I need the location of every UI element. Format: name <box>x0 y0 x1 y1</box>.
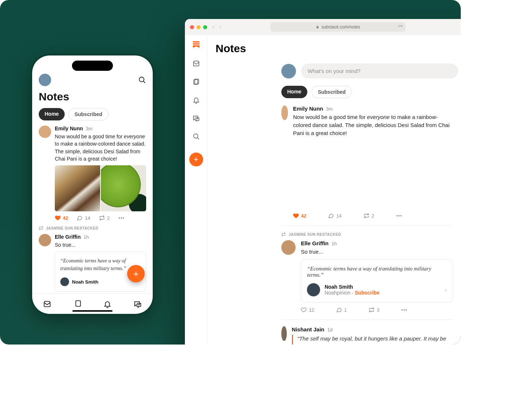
embed-avatar[interactable] <box>307 283 320 296</box>
author-name[interactable]: Emily Nunn <box>55 126 83 131</box>
forward-button[interactable]: › <box>219 24 221 30</box>
bell-icon[interactable] <box>103 300 111 308</box>
notes-icon[interactable] <box>193 78 200 85</box>
post-image[interactable] <box>373 141 453 208</box>
comment-button[interactable]: 1 <box>336 307 347 313</box>
author-name[interactable]: Emily Nunn <box>293 105 323 112</box>
page-title: Notes <box>39 91 146 103</box>
embed-avatar <box>60 277 69 286</box>
window-controls <box>190 25 207 29</box>
user-avatar[interactable] <box>281 64 296 78</box>
post: Nishant Jain 1d "The self may be royal, … <box>281 326 453 345</box>
svg-line-1 <box>144 81 145 83</box>
url-text: substack.com/notes <box>322 24 360 30</box>
subscribe-link[interactable]: Subscribe <box>355 290 380 296</box>
tab-subscribed[interactable]: Subscribed <box>312 86 352 98</box>
search-icon[interactable] <box>138 76 146 84</box>
substack-logo[interactable] <box>192 40 201 49</box>
restack-indicator: JASMINE SUN RESTACKED <box>39 226 146 230</box>
like-button[interactable]: 12 <box>301 307 314 313</box>
svg-rect-3 <box>76 300 80 306</box>
svg-rect-4 <box>316 27 318 28</box>
phone-mockup: Notes Home Subscribed Emily Nunn 3m Now … <box>32 55 153 314</box>
post-image[interactable] <box>293 141 373 208</box>
restack-button[interactable]: 2 <box>364 213 374 219</box>
like-button[interactable]: 42 <box>293 213 306 219</box>
phone-notch <box>72 61 113 71</box>
comment-button[interactable]: 14 <box>77 215 90 221</box>
restack-icon <box>281 232 286 236</box>
embed-author: Noah Smith <box>324 284 440 290</box>
page-title: Notes <box>216 42 461 55</box>
minimize-window[interactable] <box>197 25 201 29</box>
comment-button[interactable]: 14 <box>328 213 341 219</box>
post-body: So true... <box>55 241 146 249</box>
author-name[interactable]: Elle Griffin <box>301 240 328 246</box>
post-time: 1d <box>327 327 332 332</box>
author-avatar[interactable] <box>281 105 288 120</box>
compose-row: What's on your mind? <box>281 64 461 78</box>
back-button[interactable]: ‹ <box>212 24 214 30</box>
restack-button[interactable]: 3 <box>369 307 379 313</box>
author-avatar[interactable] <box>39 234 51 246</box>
svg-rect-6 <box>193 43 200 45</box>
post-actions: 12 1 3 ••• <box>301 307 453 313</box>
compose-input[interactable]: What's on your mind? <box>301 64 458 78</box>
inbox-icon[interactable] <box>193 60 200 67</box>
like-button[interactable]: 42 <box>55 215 68 221</box>
svg-point-9 <box>193 134 198 138</box>
maximize-window[interactable] <box>203 25 207 29</box>
svg-rect-5 <box>193 41 200 43</box>
post-actions: 42 14 2 ••• <box>293 213 453 219</box>
close-window[interactable] <box>190 25 194 29</box>
tab-subscribed[interactable]: Subscribed <box>68 108 109 120</box>
embed-author: Noah Smith <box>72 278 98 286</box>
address-bar[interactable]: substack.com/notes <box>270 22 406 32</box>
svg-line-10 <box>197 138 199 139</box>
browser-window: ‹ › substack.com/notes + Notes <box>185 19 461 345</box>
bell-icon[interactable] <box>193 96 200 104</box>
compose-fab[interactable]: + <box>127 265 145 282</box>
quote-embed[interactable]: “Economic terms have a way of translatin… <box>301 259 453 303</box>
post-images[interactable] <box>293 141 453 208</box>
notes-icon[interactable] <box>73 300 81 308</box>
post: Elle Griffin 1h So true... “Economic ter… <box>39 234 146 292</box>
post-image[interactable] <box>101 165 146 211</box>
post-images[interactable] <box>55 165 146 211</box>
post-body: Now would be a good time for everyone to… <box>55 133 146 162</box>
post-time: 1h <box>331 241 337 246</box>
feed-tabs: Home Subscribed <box>39 108 146 120</box>
svg-point-0 <box>139 77 144 82</box>
more-button[interactable]: ••• <box>401 307 407 313</box>
author-avatar[interactable] <box>39 126 51 138</box>
restack-button[interactable]: 2 <box>99 215 110 221</box>
user-avatar[interactable] <box>39 74 51 86</box>
post-image[interactable] <box>55 165 100 211</box>
post-time: 3m <box>326 106 332 112</box>
refresh-icon[interactable] <box>398 25 403 30</box>
post-body: So true... <box>301 248 453 256</box>
inbox-icon[interactable] <box>43 300 51 308</box>
author-avatar[interactable] <box>281 240 296 255</box>
post: Emily Nunn 3m Now would be a good time f… <box>39 126 146 221</box>
more-button[interactable]: ••• <box>396 213 402 219</box>
search-icon[interactable] <box>193 133 200 140</box>
author-name[interactable]: Nishant Jain <box>292 326 324 332</box>
author-name[interactable]: Elle Griffin <box>55 234 81 240</box>
sidebar: + <box>185 35 208 345</box>
compose-button[interactable]: + <box>189 153 203 166</box>
tab-home[interactable]: Home <box>281 86 307 98</box>
embed-author-row: Noah Smith Noahpinion · Subscribe › <box>307 283 447 296</box>
chat-icon[interactable] <box>134 300 142 308</box>
tab-home[interactable]: Home <box>39 108 65 120</box>
post: Emily Nunn 3m Now would be a good time f… <box>281 105 453 226</box>
post-quote-body: "The self may be royal, but it hungers l… <box>292 335 453 345</box>
restack-icon <box>39 226 43 230</box>
post: Elle Griffin 1h So true... “Economic ter… <box>281 240 453 320</box>
post-time: 1h <box>84 234 89 240</box>
author-avatar[interactable] <box>281 326 287 341</box>
chat-icon[interactable] <box>193 115 200 122</box>
restack-indicator: JASMINE SUN RESTACKED <box>281 232 453 236</box>
more-button[interactable]: ••• <box>118 215 125 221</box>
home-indicator <box>72 310 113 312</box>
